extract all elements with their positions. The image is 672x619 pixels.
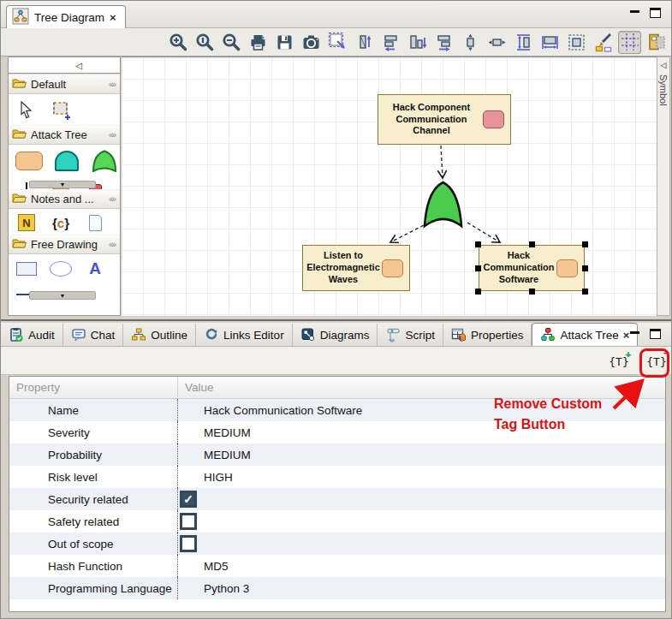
align-top-icon xyxy=(354,33,374,52)
add-custom-tag-button[interactable]: {T}+ xyxy=(606,350,632,372)
rectangle-tool[interactable] xyxy=(15,261,38,277)
tab-tree-diagram[interactable]: Tree Diagram × xyxy=(6,5,126,28)
pin-icon[interactable]: «» xyxy=(109,194,116,204)
palette-section-label: Free Drawing xyxy=(31,238,104,251)
constraint-tool[interactable]: {c} xyxy=(50,215,72,230)
annotation-line2: Tag Button xyxy=(494,417,565,432)
document-tool[interactable] xyxy=(84,215,106,231)
diagram-node-right[interactable]: Hack Communication Software xyxy=(479,245,585,291)
tab-attack-tree[interactable]: Attack Tree× xyxy=(532,323,638,346)
marquee-tool[interactable] xyxy=(50,99,72,122)
maximize-icon[interactable] xyxy=(650,329,661,339)
selection-handle[interactable] xyxy=(475,289,481,295)
tab-label: Chat xyxy=(91,329,116,342)
tab-links-editor[interactable]: Links Editor xyxy=(196,324,293,346)
palette-collapse[interactable]: ◁ xyxy=(9,57,120,74)
selection-handle[interactable] xyxy=(529,241,535,247)
center-horizontal-button[interactable] xyxy=(485,31,508,54)
match-height-button[interactable] xyxy=(512,31,535,54)
table-row-programming-language[interactable]: Programming LanguagePython 3 xyxy=(9,577,665,599)
note-tool[interactable]: N xyxy=(15,214,38,231)
export-image-button[interactable] xyxy=(326,31,349,54)
align-top-button[interactable] xyxy=(353,31,376,54)
tab-outline[interactable]: Outline xyxy=(123,324,196,346)
tab-chat[interactable]: Chat xyxy=(63,324,124,346)
table-row-probability[interactable]: ProbabilityMEDIUM xyxy=(9,443,665,466)
match-width-button[interactable] xyxy=(538,31,562,54)
node-tool[interactable] xyxy=(15,152,43,170)
tab-diagrams[interactable]: Diagrams xyxy=(293,324,378,346)
ellipse-tool[interactable] xyxy=(50,261,72,277)
pin-icon[interactable]: «» xyxy=(109,130,116,140)
table-row-severity[interactable]: SeverityMEDIUM xyxy=(9,421,665,443)
zoom-in-button[interactable] xyxy=(167,31,190,54)
checkbox[interactable] xyxy=(180,513,197,530)
and-gate-tool[interactable] xyxy=(55,151,79,171)
diagram-node-root[interactable]: Hack Component Communication Channel xyxy=(378,94,511,145)
palette-section-notes-and[interactable]: Notes and ... «» xyxy=(9,189,120,209)
property-value[interactable]: ✓ xyxy=(178,488,665,510)
property-value[interactable]: MD5 xyxy=(178,555,665,577)
symbols-button[interactable] xyxy=(645,31,668,54)
close-icon[interactable]: × xyxy=(623,329,630,342)
minimize-icon[interactable] xyxy=(630,330,641,339)
property-value[interactable]: MEDIUM xyxy=(178,443,665,466)
palette-section-default[interactable]: Default «» xyxy=(9,74,120,94)
column-header-property[interactable]: Property xyxy=(9,377,178,398)
property-value[interactable]: MEDIUM xyxy=(178,421,665,443)
property-value[interactable] xyxy=(178,533,665,555)
zoom-original-button[interactable] xyxy=(193,31,217,54)
margins-button[interactable] xyxy=(565,31,588,54)
symbol-panel-collapsed[interactable]: ◁ Symbol xyxy=(657,57,670,316)
selection-handle[interactable] xyxy=(475,265,481,271)
pin-icon[interactable]: «» xyxy=(109,80,116,89)
column-header-value[interactable]: Value xyxy=(178,377,665,398)
diagram-canvas[interactable]: Hack Component Communication ChannelList… xyxy=(122,57,657,316)
format-painter-icon xyxy=(593,32,614,52)
zoom-out-button[interactable] xyxy=(220,31,243,54)
or-gate-tool[interactable] xyxy=(91,150,118,172)
property-value[interactable]: Python 3 xyxy=(178,577,665,599)
palette-scroll-down[interactable]: ▼ xyxy=(29,291,96,300)
selection-handle[interactable] xyxy=(582,241,588,247)
tab-script[interactable]: Script xyxy=(378,324,443,346)
table-row-hash-function[interactable]: Hash FunctionMD5 xyxy=(9,555,665,577)
align-left-button[interactable] xyxy=(379,31,402,54)
diagram-node-left[interactable]: Listen to Electromagnetic Waves xyxy=(302,245,410,291)
checkbox[interactable] xyxy=(180,535,197,552)
align-right-icon xyxy=(434,33,454,52)
save-button[interactable] xyxy=(273,31,296,54)
selection-handle[interactable] xyxy=(582,265,588,271)
palette-section-attack-tree[interactable]: Attack Tree «» xyxy=(9,125,120,145)
minimize-icon[interactable] xyxy=(630,9,641,18)
maximize-icon[interactable] xyxy=(650,8,661,18)
table-row-risk-level[interactable]: Risk levelHIGH xyxy=(9,466,665,488)
selection-handle[interactable] xyxy=(529,289,535,295)
tab-audit[interactable]: Audit xyxy=(1,324,63,346)
palette-section-free-drawing[interactable]: Free Drawing «» xyxy=(9,235,120,254)
screenshot-button[interactable] xyxy=(300,31,323,54)
close-icon[interactable]: × xyxy=(110,11,116,24)
pin-icon[interactable]: «» xyxy=(109,240,116,249)
table-row-security-related[interactable]: Security related✓ xyxy=(9,488,665,510)
zoom-original-icon xyxy=(195,33,215,52)
tab-properties[interactable]: Properties xyxy=(443,324,532,346)
center-vertical-button[interactable] xyxy=(459,31,482,54)
property-value[interactable]: HIGH xyxy=(178,466,665,488)
folder-icon xyxy=(12,192,27,207)
align-bottom-button[interactable] xyxy=(406,31,429,54)
selection-handle[interactable] xyxy=(475,241,481,247)
checkbox[interactable]: ✓ xyxy=(180,491,197,508)
text-tool[interactable]: A xyxy=(84,259,106,278)
view-tabbar: AuditChatOutlineLinks EditorDiagramsScri… xyxy=(1,323,672,347)
property-value[interactable] xyxy=(178,510,665,533)
table-row-safety-related[interactable]: Safety related xyxy=(9,510,665,533)
table-row-out-of-scope[interactable]: Out of scope xyxy=(9,533,665,555)
palette-scroll-down[interactable]: ▼ xyxy=(29,181,96,188)
toggle-grid-button[interactable] xyxy=(618,31,641,54)
align-right-button[interactable] xyxy=(432,31,455,54)
format-painter-button[interactable] xyxy=(592,31,615,54)
print-button[interactable] xyxy=(247,31,270,54)
selection-handle[interactable] xyxy=(582,289,588,295)
select-tool[interactable] xyxy=(15,100,38,121)
